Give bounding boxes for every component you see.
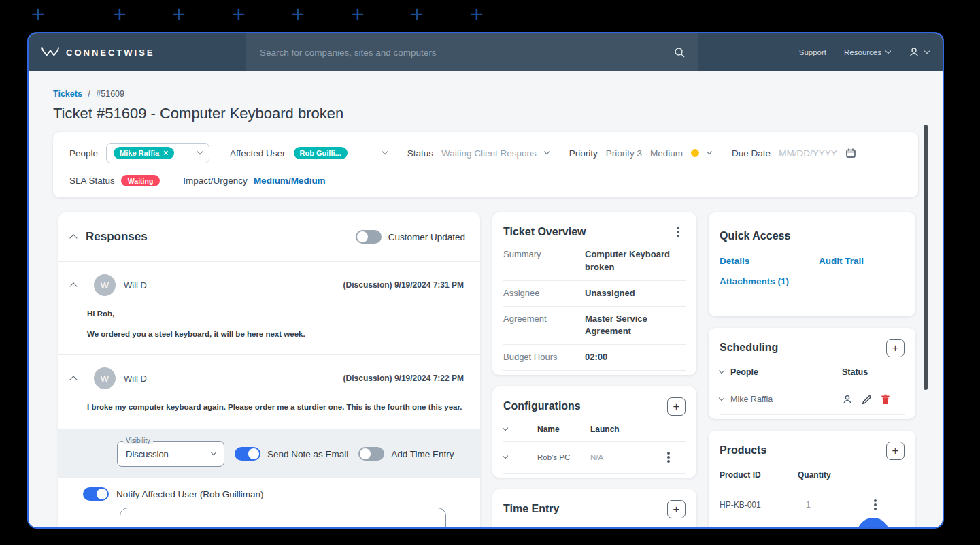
configuration-menu-button[interactable]: [661, 450, 676, 465]
discussion-entry: W Will D (Discussion) 9/19/2024 7:22 PM …: [58, 354, 480, 428]
scheduled-person-name: Mike Raffia: [730, 395, 773, 404]
add-configuration-button[interactable]: +: [667, 397, 686, 416]
add-schedule-button[interactable]: +: [886, 339, 905, 357]
configuration-row: Rob's PC N/A: [503, 442, 686, 474]
right-column: Quick Access Details Audit Trail Attachm…: [709, 212, 915, 529]
due-date-label: Due Date: [732, 148, 771, 159]
breadcrumb-tickets-link[interactable]: Tickets: [53, 89, 82, 99]
delete-icon[interactable]: [881, 394, 890, 405]
column-status: Status: [842, 367, 905, 377]
support-label: Support: [799, 48, 826, 56]
resources-menu[interactable]: Resources: [844, 48, 890, 56]
chevron-down-icon: [211, 450, 216, 455]
reply-text-input[interactable]: [120, 508, 446, 529]
expand-all-icon[interactable]: [503, 425, 508, 431]
sla-row: SLA Status Waiting Impact/Urgency Medium…: [69, 175, 902, 186]
account-menu[interactable]: [908, 46, 929, 59]
priority-label: Priority: [569, 148, 598, 159]
product-quantity: 1: [798, 500, 811, 510]
configurations-card: Configurations + Name Launch Rob's PC N/…: [492, 386, 696, 478]
chevron-down-icon: [924, 48, 930, 54]
edit-icon[interactable]: [862, 395, 872, 405]
entry-line: We ordered you a steel keyboard, it will…: [87, 329, 462, 340]
chevron-down-icon: [197, 149, 203, 154]
remove-person-icon[interactable]: ×: [163, 149, 168, 157]
details-link[interactable]: Details: [720, 256, 819, 266]
add-product-button[interactable]: +: [886, 442, 905, 460]
discussion-entry: W Will D (Discussion) 9/19/2024 7:31 PM …: [58, 261, 480, 354]
chevron-down-icon: [544, 149, 550, 154]
affected-user-chip-label: Rob Guilli...: [300, 149, 341, 157]
collapse-entry-icon[interactable]: [69, 376, 77, 383]
plus-icon: +: [892, 342, 899, 354]
configuration-launch: N/A: [590, 453, 661, 461]
overview-label: Assignee: [503, 287, 558, 300]
collapse-responses-icon[interactable]: [69, 234, 77, 242]
responses-header: Responses Customer Updated: [58, 212, 480, 261]
configuration-name: Rob's PC: [537, 453, 590, 461]
plus-icon: +: [673, 401, 680, 412]
expand-row-icon[interactable]: [719, 395, 724, 401]
product-id: HP-KB-001: [720, 500, 798, 510]
status-select[interactable]: Status Waiting Client Respons: [407, 148, 549, 159]
customer-updated-toggle[interactable]: [356, 230, 382, 244]
priority-select[interactable]: Priority Priority 3 - Medium: [569, 148, 711, 159]
search-icon[interactable]: [674, 47, 685, 58]
plus-icon: +: [673, 503, 680, 515]
entry-meta: (Discussion) 9/19/2024 7:31 PM: [343, 280, 464, 290]
columns: Responses Customer Updated W Will D (Dis…: [58, 212, 913, 529]
assign-user-icon[interactable]: [842, 394, 853, 405]
status-value: Waiting Client Respons: [441, 148, 537, 159]
sla-status-label: SLA Status: [69, 176, 115, 186]
people-chip-label: Mike Raffia: [120, 149, 159, 157]
global-search-input[interactable]: [260, 48, 674, 58]
quick-access-card: Quick Access Details Audit Trail Attachm…: [709, 212, 915, 316]
overview-row: Budget Hours 02:00: [503, 345, 686, 371]
canvas-cross-icon: +: [232, 1, 246, 26]
calendar-icon[interactable]: [845, 148, 856, 159]
priority-medium-dot-icon: [691, 149, 699, 157]
notify-affected-user-toggle[interactable]: [83, 487, 109, 501]
scheduling-row: Mike Raffia: [720, 384, 905, 415]
overview-value: Master Service Agreement: [585, 313, 686, 339]
audit-trail-link[interactable]: Audit Trail: [819, 256, 905, 266]
column-people: People: [730, 367, 758, 377]
overview-label: Summary: [503, 248, 558, 274]
vertical-scrollbar-thumb[interactable]: [924, 125, 928, 390]
expand-row-icon[interactable]: [503, 453, 508, 459]
product-menu-button[interactable]: [868, 497, 883, 512]
kebab-icon: [677, 231, 679, 233]
brand-name: CONNECTWISE: [66, 48, 155, 58]
global-search[interactable]: [246, 33, 698, 71]
entry-line: I broke my computer keyboard again. Plea…: [87, 401, 462, 413]
column-product-id: Product ID: [720, 470, 798, 480]
affected-user-label: Affected User: [230, 148, 286, 159]
due-date-field[interactable]: Due Date MM/DD/YYYY: [732, 148, 856, 159]
support-link[interactable]: Support: [799, 48, 826, 56]
expand-all-icon[interactable]: [719, 368, 724, 374]
ticket-overview-menu-button[interactable]: [671, 225, 686, 240]
affected-user-select-chevron-icon[interactable]: [382, 149, 387, 154]
time-entry-title: Time Entry: [503, 503, 559, 515]
affected-user-chip[interactable]: Rob Guilli...: [294, 147, 348, 159]
attachments-link[interactable]: Attachments (1): [720, 276, 819, 286]
scheduling-table-header: People Status: [720, 358, 905, 384]
products-title: Products: [720, 444, 766, 457]
notify-affected-row: Notify Affected User (Rob Guilliman): [58, 478, 480, 506]
canvas-cross-icon: +: [172, 1, 186, 26]
people-select[interactable]: Mike Raffia ×: [106, 143, 209, 163]
entry-line: Hi Rob,: [87, 308, 462, 320]
composer-options: Visibility Discussion Send Note as Email…: [58, 429, 480, 478]
overview-label: Agreement: [503, 313, 558, 339]
collapse-entry-icon[interactable]: [69, 282, 77, 290]
overview-row: Summary Computer Keyboard broken: [503, 242, 686, 281]
configurations-title: Configurations: [503, 400, 581, 412]
add-time-entry-toggle[interactable]: [358, 447, 384, 461]
connectwise-logo[interactable]: CONNECTWISE: [41, 33, 155, 71]
priority-value: Priority 3 - Medium: [606, 148, 683, 159]
breadcrumb-separator: /: [88, 89, 90, 99]
user-icon: [908, 46, 920, 59]
visibility-select[interactable]: Visibility Discussion: [117, 441, 224, 467]
add-time-entry-button[interactable]: +: [667, 500, 686, 518]
send-note-as-email-toggle[interactable]: [235, 447, 260, 461]
